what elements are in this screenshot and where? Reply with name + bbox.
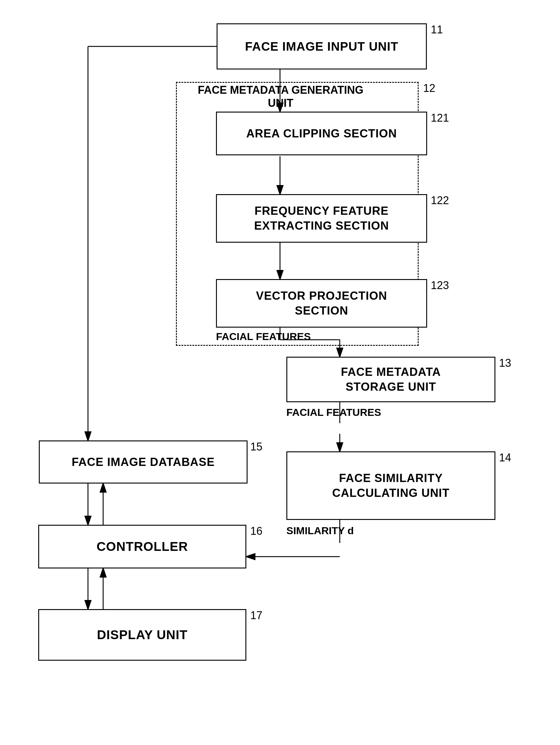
ref-14: 14 bbox=[499, 451, 511, 464]
ref-122: 122 bbox=[431, 194, 449, 207]
face-metadata-storage-box: FACE METADATA STORAGE UNIT bbox=[286, 357, 495, 402]
ref-121: 121 bbox=[431, 111, 449, 124]
face-metadata-storage-label: FACE METADATA STORAGE UNIT bbox=[341, 365, 441, 395]
vector-projection-box: VECTOR PROJECTION SECTION bbox=[216, 279, 427, 328]
area-clipping-label: AREA CLIPPING SECTION bbox=[246, 127, 397, 140]
similarity-d-label: SIMILARITY d bbox=[286, 525, 377, 537]
face-similarity-box: FACE SIMILARITY CALCULATING UNIT bbox=[286, 451, 495, 520]
frequency-feature-box: FREQUENCY FEATURE EXTRACTING SECTION bbox=[216, 194, 427, 243]
face-image-input-unit-label: FACE IMAGE INPUT UNIT bbox=[245, 40, 398, 54]
face-metadata-generating-label: FACE METADATA GENERATING UNIT bbox=[197, 84, 364, 109]
facial-features-label-1: FACIAL FEATURES bbox=[216, 331, 337, 343]
ref-13: 13 bbox=[499, 357, 511, 369]
display-unit-label: DISPLAY UNIT bbox=[97, 627, 188, 642]
vector-projection-label: VECTOR PROJECTION SECTION bbox=[256, 289, 387, 319]
ref-12: 12 bbox=[423, 82, 435, 95]
face-similarity-label: FACE SIMILARITY CALCULATING UNIT bbox=[332, 471, 450, 501]
face-image-database-label: FACE IMAGE DATABASE bbox=[72, 456, 215, 469]
frequency-feature-label: FREQUENCY FEATURE EXTRACTING SECTION bbox=[254, 203, 389, 234]
face-image-database-box: FACE IMAGE DATABASE bbox=[39, 441, 248, 484]
ref-16: 16 bbox=[250, 525, 262, 538]
ref-11: 11 bbox=[431, 23, 443, 36]
area-clipping-section-box: AREA CLIPPING SECTION bbox=[216, 111, 427, 155]
ref-17: 17 bbox=[250, 609, 262, 622]
controller-box: CONTROLLER bbox=[38, 525, 246, 569]
display-unit-box: DISPLAY UNIT bbox=[38, 609, 246, 661]
controller-label: CONTROLLER bbox=[96, 539, 188, 554]
face-image-input-unit-box: FACE IMAGE INPUT UNIT bbox=[217, 23, 427, 69]
ref-15: 15 bbox=[250, 441, 262, 453]
facial-features-label-2: FACIAL FEATURES bbox=[286, 407, 408, 418]
ref-123: 123 bbox=[431, 279, 449, 292]
